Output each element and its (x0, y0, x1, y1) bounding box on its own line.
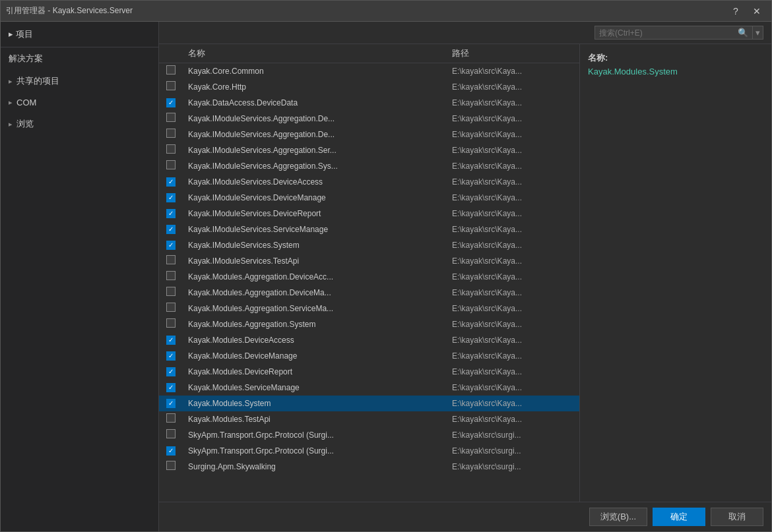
row-checkbox[interactable] (166, 429, 176, 438)
row-name: Kayak.IModuleServices.System (183, 237, 447, 253)
table-row[interactable]: SkyApm.Transport.Grpc.Protocol (Surgi...… (159, 443, 579, 459)
search-dropdown-arrow: ▾ (756, 28, 760, 38)
row-checkbox[interactable] (166, 351, 176, 361)
table-row[interactable]: Kayak.Modules.DeviceAccessE:\kayak\src\K… (159, 332, 579, 348)
table-row[interactable]: Kayak.IModuleServices.Aggregation.De...E… (159, 127, 579, 142)
sidebar-item-com[interactable]: ▸ COM (1, 92, 158, 113)
row-checkbox[interactable] (166, 383, 176, 392)
row-name: Kayak.IModuleServices.Aggregation.Ser... (183, 142, 447, 158)
table-row[interactable]: Kayak.Modules.TestApiE:\kayak\src\Kaya..… (159, 411, 579, 427)
row-checkbox[interactable] (166, 318, 176, 328)
row-path: E:\kayak\src\Kaya... (447, 269, 579, 285)
table-row[interactable]: Kayak.IModuleServices.Aggregation.Sys...… (159, 158, 579, 174)
table-row[interactable]: Kayak.Modules.Aggregation.DeviceMa...E:\… (159, 285, 579, 301)
table-row[interactable]: Kayak.Modules.ServiceManageE:\kayak\src\… (159, 380, 579, 396)
cancel-button[interactable]: 取消 (711, 508, 763, 526)
sidebar-header: ▸ 项目 (1, 22, 158, 47)
row-checkbox[interactable] (166, 160, 176, 169)
row-checkbox[interactable] (166, 81, 176, 90)
row-path: E:\kayak\src\Kaya... (447, 127, 579, 142)
table-row[interactable]: Kayak.IModuleServices.Aggregation.De...E… (159, 111, 579, 127)
sidebar-item-browse-label: 浏览 (16, 118, 34, 130)
window-title: 引用管理器 - Kayak.Services.Server (6, 5, 133, 16)
table-row[interactable]: Kayak.Modules.Aggregation.ServiceMa...E:… (159, 301, 579, 316)
row-checkbox[interactable] (166, 144, 176, 154)
row-checkbox[interactable] (166, 129, 176, 138)
row-path: E:\kayak\src\surgi... (447, 443, 579, 459)
table-row[interactable]: Kayak.IModuleServices.ServiceManageE:\ka… (159, 222, 579, 237)
row-checkbox[interactable] (166, 399, 176, 408)
row-path: E:\kayak\src\Kaya... (447, 111, 579, 127)
row-name: Surging.Apm.Skywalking (183, 459, 447, 475)
row-name: SkyApm.Transport.Grpc.Protocol (Surgi... (183, 443, 447, 459)
row-name: Kayak.DataAccess.DeviceData (183, 95, 447, 111)
sidebar-item-shared[interactable]: ▸ 共享的项目 (1, 70, 158, 92)
ok-button[interactable]: 确定 (653, 508, 705, 526)
row-path: E:\kayak\src\Kaya... (447, 253, 579, 269)
row-name: Kayak.IModuleServices.TestApi (183, 253, 447, 269)
title-bar-controls: ? ✕ (726, 5, 766, 18)
reference-list[interactable]: 名称 路径 Kayak.Core.CommonE:\kayak\src\Kaya… (159, 44, 580, 502)
table-row[interactable]: Kayak.Modules.SystemE:\kayak\src\Kaya... (159, 396, 579, 411)
content-area: 名称 路径 Kayak.Core.CommonE:\kayak\src\Kaya… (159, 44, 771, 502)
table-row[interactable]: Kayak.IModuleServices.DeviceManageE:\kay… (159, 190, 579, 206)
details-name-label: 名称: (588, 52, 763, 64)
table-row[interactable]: Kayak.Core.HttpE:\kayak\src\Kaya... (159, 79, 579, 95)
row-name: Kayak.IModuleServices.Aggregation.De... (183, 127, 447, 142)
row-name: Kayak.IModuleServices.DeviceManage (183, 190, 447, 206)
table-row[interactable]: Kayak.IModuleServices.Aggregation.Ser...… (159, 142, 579, 158)
row-path: E:\kayak\src\Kaya... (447, 63, 579, 79)
sidebar-item-browse[interactable]: ▸ 浏览 (1, 113, 158, 135)
table-row[interactable]: Kayak.IModuleServices.TestApiE:\kayak\sr… (159, 253, 579, 269)
row-checkbox[interactable] (166, 287, 176, 296)
sidebar-header-label: ▸ 项目 (9, 29, 33, 39)
row-checkbox[interactable] (166, 255, 176, 264)
search-icon: 🔍 (738, 28, 748, 38)
close-button[interactable]: ✕ (748, 5, 766, 18)
row-path: E:\kayak\src\Kaya... (447, 411, 579, 427)
row-checkbox[interactable] (166, 177, 176, 187)
row-checkbox[interactable] (166, 193, 176, 202)
table-row[interactable]: Kayak.IModuleServices.SystemE:\kayak\src… (159, 237, 579, 253)
row-checkbox[interactable] (166, 367, 176, 376)
table-row[interactable]: Kayak.Modules.DeviceManageE:\kayak\src\K… (159, 348, 579, 364)
row-checkbox[interactable] (166, 413, 176, 423)
row-checkbox[interactable] (166, 336, 176, 345)
sidebar-item-shared-label: 共享的项目 (16, 75, 59, 87)
row-path: E:\kayak\src\Kaya... (447, 95, 579, 111)
table-row[interactable]: Kayak.Core.CommonE:\kayak\src\Kaya... (159, 63, 579, 79)
row-path: E:\kayak\src\Kaya... (447, 158, 579, 174)
table-row[interactable]: Kayak.Modules.Aggregation.SystemE:\kayak… (159, 316, 579, 332)
table-row[interactable]: Kayak.Modules.DeviceReportE:\kayak\src\K… (159, 364, 579, 380)
search-input[interactable] (599, 28, 735, 38)
table-row[interactable]: Kayak.Modules.Aggregation.DeviceAcc...E:… (159, 269, 579, 285)
table-row[interactable]: Surging.Apm.SkywalkingE:\kayak\src\surgi… (159, 459, 579, 475)
row-path: E:\kayak\src\surgi... (447, 427, 579, 443)
row-checkbox[interactable] (166, 113, 176, 122)
table-row[interactable]: Kayak.IModuleServices.DeviceAccessE:\kay… (159, 174, 579, 190)
shared-arrow-icon: ▸ (9, 77, 13, 86)
search-box[interactable]: 🔍 (595, 26, 753, 40)
table-row[interactable]: SkyApm.Transport.Grpc.Protocol (Surgi...… (159, 427, 579, 443)
details-panel: 名称: Kayak.Modules.System (580, 44, 771, 502)
row-checkbox[interactable] (166, 241, 176, 250)
row-checkbox[interactable] (166, 65, 176, 74)
help-button[interactable]: ? (726, 5, 745, 18)
table-row[interactable]: Kayak.DataAccess.DeviceDataE:\kayak\src\… (159, 95, 579, 111)
row-checkbox[interactable] (166, 303, 176, 312)
row-checkbox[interactable] (166, 98, 176, 107)
row-checkbox[interactable] (166, 461, 176, 470)
sidebar-item-com-label: COM (16, 98, 36, 107)
row-checkbox[interactable] (166, 209, 176, 218)
table-row[interactable]: Kayak.IModuleServices.DeviceReportE:\kay… (159, 206, 579, 222)
row-name: SkyApm.Transport.Grpc.Protocol (Surgi... (183, 427, 447, 443)
row-checkbox[interactable] (166, 271, 176, 280)
browse-button[interactable]: 浏览(B)... (589, 508, 647, 526)
row-path: E:\kayak\src\Kaya... (447, 316, 579, 332)
sidebar-item-solution[interactable]: 解决方案 (1, 47, 158, 70)
row-checkbox[interactable] (166, 446, 176, 456)
search-dropdown-button[interactable]: ▾ (753, 26, 763, 40)
row-checkbox[interactable] (166, 225, 176, 234)
row-path: E:\kayak\src\Kaya... (447, 301, 579, 316)
row-name: Kayak.Modules.DeviceReport (183, 364, 447, 380)
